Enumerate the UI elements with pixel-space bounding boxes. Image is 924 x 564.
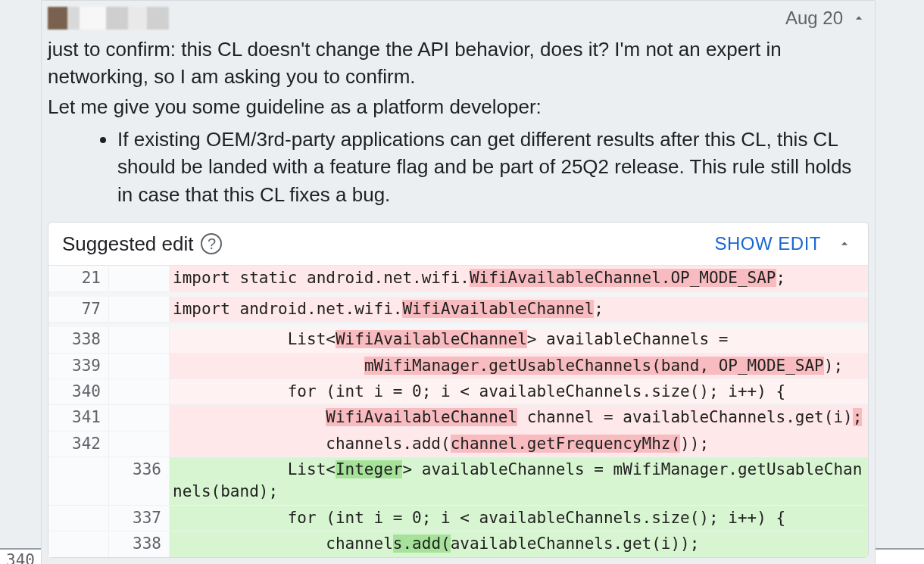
diff-code: channels.add(availableChannels.get(i)); [170, 531, 868, 556]
diff-code: for (int i = 0; i < availableChannels.si… [170, 379, 868, 404]
suggested-edit-title: Suggested edit ? [62, 230, 222, 257]
line-number-old: 338 [48, 327, 109, 352]
line-number-old: 341 [48, 405, 109, 430]
diff-code: import static android.net.wifi.WifiAvail… [170, 266, 868, 291]
diff-code: for (int i = 0; i < availableChannels.si… [170, 506, 868, 531]
show-edit-button[interactable]: SHOW EDIT [715, 231, 822, 257]
diff-row: 342 channels.add(channel.getFrequencyMhz… [48, 432, 868, 457]
line-number-new [109, 405, 170, 430]
line-number-new [109, 354, 170, 379]
diff-row: 338 channels.add(availableChannels.get(i… [48, 531, 868, 556]
comment-date: Aug 20 [785, 5, 843, 31]
diff-code: List<WifiAvailableChannel> availableChan… [170, 327, 868, 352]
suggested-edit-block: Suggested edit ? SHOW EDIT 21import stat… [48, 222, 869, 558]
author-avatar-redacted [48, 7, 169, 30]
line-number-new [109, 432, 170, 456]
line-number-old: 339 [48, 354, 109, 379]
line-number-old [48, 531, 109, 556]
diff-code: List<Integer> availableChannels = mWifiM… [170, 457, 868, 505]
line-number-new: 336 [109, 457, 170, 505]
line-number-new [109, 266, 170, 291]
line-number-old: 77 [48, 297, 109, 322]
diff-code: channels.add(channel.getFrequencyMhz()); [170, 432, 868, 456]
diff-code: import android.net.wifi.WifiAvailableCha… [170, 297, 868, 322]
line-number-old: 342 [48, 432, 109, 456]
diff-row: 340 for (int i = 0; i < availableChannel… [48, 379, 868, 405]
diff-row: 341 WifiAvailableChannel channel = avail… [48, 405, 868, 431]
suggested-edit-header: Suggested edit ? SHOW EDIT [48, 223, 868, 265]
diff-row: 77import android.net.wifi.WifiAvailableC… [48, 297, 868, 323]
comment-list-item: If existing OEM/3rd-party applications c… [117, 126, 869, 208]
line-number-new [109, 379, 170, 404]
collapse-comment-icon[interactable] [849, 8, 869, 28]
collapse-suggested-edit-icon[interactable] [835, 234, 854, 254]
comment-paragraph: just to confirm: this CL doesn't change … [48, 36, 869, 91]
bg-line-number: 340 [0, 550, 41, 564]
diff-row: 21import static android.net.wifi.WifiAva… [48, 266, 868, 291]
diff-code: mWifiManager.getUsableChannels(band, OP_… [170, 354, 868, 379]
line-number-old [48, 457, 109, 505]
diff-row: 338 List<WifiAvailableChannel> available… [48, 327, 868, 353]
review-comment-card: Aug 20 just to confirm: this CL doesn't … [41, 0, 876, 564]
comment-list: If existing OEM/3rd-party applications c… [48, 126, 869, 208]
comment-body: just to confirm: this CL doesn't change … [42, 33, 875, 222]
line-number-new [109, 297, 170, 322]
diff-row: 336 List<Integer> availableChannels = mW… [48, 457, 868, 506]
chevron-up-icon [837, 236, 852, 251]
line-number-new [109, 327, 170, 352]
diff-code: WifiAvailableChannel channel = available… [170, 405, 868, 430]
line-number-new: 338 [109, 531, 170, 556]
diff-table: 21import static android.net.wifi.WifiAva… [48, 265, 868, 556]
diff-row: 339 mWifiManager.getUsableChannels(band,… [48, 354, 868, 379]
line-number-new: 337 [109, 506, 170, 531]
line-number-old: 340 [48, 379, 109, 404]
chevron-up-icon [851, 11, 866, 26]
help-icon[interactable]: ? [201, 233, 222, 254]
comment-header: Aug 20 [42, 1, 875, 33]
comment-paragraph: Let me give you some guideline as a plat… [48, 93, 869, 120]
diff-row: 337 for (int i = 0; i < availableChannel… [48, 506, 868, 531]
line-number-old [48, 506, 109, 531]
line-number-old: 21 [48, 266, 109, 291]
